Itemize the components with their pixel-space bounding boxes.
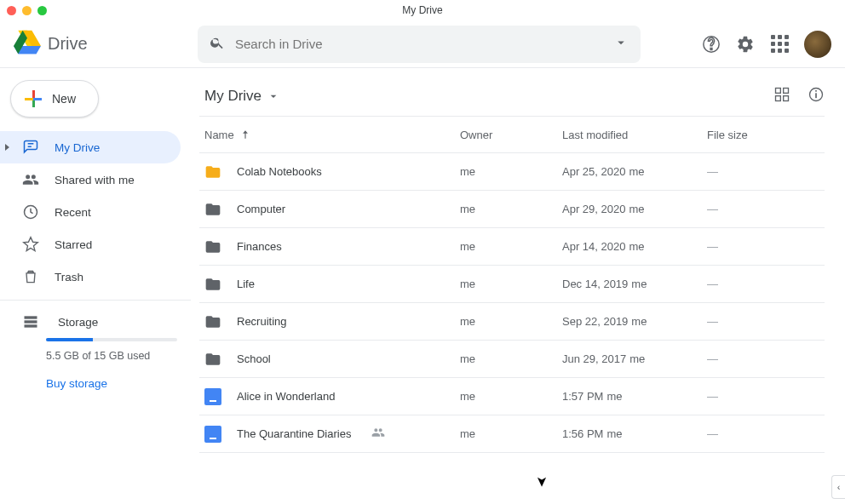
plus-icon: [25, 90, 42, 107]
table-row[interactable]: Finances me Apr 14, 2020me —: [199, 228, 825, 266]
path-title-label: My Drive: [204, 88, 262, 105]
chevron-down-icon: [267, 89, 280, 103]
file-modified: 1:57 PMme: [562, 390, 707, 403]
shared-indicator-icon: [371, 426, 385, 442]
file-size: —: [707, 390, 792, 403]
column-header-name[interactable]: Name: [204, 129, 460, 141]
sidebar-item-recent[interactable]: Recent: [0, 196, 181, 228]
column-header-owner[interactable]: Owner: [460, 129, 562, 141]
product-name: Drive: [48, 34, 88, 54]
sidebar-item-storage[interactable]: Storage: [22, 307, 177, 336]
file-size: —: [707, 427, 792, 440]
file-owner: me: [460, 427, 562, 440]
file-modified: Apr 14, 2020me: [562, 240, 707, 253]
mouse-cursor-icon: ➤: [534, 476, 550, 487]
table-row[interactable]: Computer me Apr 29, 2020me —: [199, 191, 825, 228]
search-options-dropdown-icon[interactable]: [613, 35, 629, 54]
file-name: Colab Notebooks: [237, 165, 322, 178]
file-size: —: [707, 203, 792, 215]
google-doc-icon: [204, 426, 221, 443]
table-row[interactable]: Recruiting me Sep 22, 2019me —: [199, 303, 825, 341]
table-header: Name Owner Last modified File size: [199, 116, 825, 153]
clock-icon: [22, 203, 39, 220]
svg-rect-7: [776, 89, 781, 94]
sidebar-item-label: Recent: [55, 206, 91, 219]
support-icon[interactable]: [702, 35, 721, 54]
folder-icon: [204, 276, 221, 293]
side-panel-expand-button[interactable]: ‹: [831, 475, 845, 499]
account-avatar[interactable]: [804, 31, 831, 58]
shared-icon: [22, 171, 39, 188]
file-owner: me: [460, 240, 562, 253]
expand-triangle-icon[interactable]: [5, 144, 9, 151]
folder-icon: [204, 313, 221, 330]
folder-icon: [204, 163, 221, 180]
sidebar-item-my-drive[interactable]: My Drive: [0, 131, 181, 163]
sidebar-item-label: My Drive: [55, 141, 100, 154]
file-owner: me: [460, 203, 562, 215]
file-size: —: [707, 278, 792, 290]
app-header: Drive: [0, 20, 845, 68]
sidebar-divider: [0, 300, 191, 301]
svg-rect-8: [784, 89, 789, 94]
breadcrumb-my-drive[interactable]: My Drive: [204, 88, 280, 105]
folder-icon: [204, 238, 221, 255]
file-table: Name Owner Last modified File size Colab…: [199, 116, 825, 453]
file-owner: me: [460, 278, 562, 290]
file-modified: Dec 14, 2019me: [562, 278, 707, 290]
storage-label: Storage: [58, 316, 98, 329]
details-info-icon[interactable]: [808, 86, 825, 106]
file-name: Life: [237, 278, 255, 290]
file-owner: me: [460, 352, 562, 365]
file-name: The Quarantine Diaries: [237, 427, 351, 440]
file-size: —: [707, 240, 792, 253]
main-content: My Drive Name Owner Last modified File s…: [191, 68, 845, 504]
sidebar-item-label: Trash: [55, 271, 83, 284]
sidebar-item-trash[interactable]: Trash: [0, 261, 181, 293]
file-modified: 1:56 PMme: [562, 427, 707, 440]
storage-usage-text: 5.5 GB of 15 GB used: [46, 350, 177, 362]
table-row[interactable]: The Quarantine Diaries me 1:56 PMme —: [199, 415, 825, 453]
settings-gear-icon[interactable]: [736, 35, 755, 54]
svg-rect-13: [815, 90, 817, 92]
star-icon: [22, 236, 39, 253]
grid-view-icon[interactable]: [773, 86, 790, 106]
trash-icon: [22, 268, 39, 285]
file-modified: Apr 25, 2020me: [562, 165, 707, 178]
table-row[interactable]: Colab Notebooks me Apr 25, 2020me —: [199, 153, 825, 191]
file-owner: me: [460, 165, 562, 178]
column-header-size[interactable]: File size: [707, 129, 792, 141]
file-owner: me: [460, 390, 562, 403]
file-modified: Jun 29, 2017me: [562, 352, 707, 365]
sort-arrow-up-icon: [239, 129, 251, 140]
search-icon: [210, 35, 225, 54]
sidebar-item-starred[interactable]: Starred: [0, 228, 181, 261]
svg-rect-6: [25, 324, 37, 327]
file-name: Finances: [237, 240, 282, 253]
table-row[interactable]: Life me Dec 14, 2019me —: [199, 266, 825, 303]
file-name: School: [237, 352, 271, 365]
svg-rect-12: [815, 93, 817, 98]
folder-icon: [204, 351, 221, 368]
svg-rect-4: [25, 316, 37, 318]
table-row[interactable]: Alice in Wonderland me 1:57 PMme —: [199, 378, 825, 415]
table-row[interactable]: School me Jun 29, 2017me —: [199, 341, 825, 378]
file-size: —: [707, 315, 792, 328]
search-input[interactable]: [235, 37, 603, 51]
mac-titlebar: My Drive: [0, 0, 845, 20]
new-button-label: New: [52, 92, 76, 106]
svg-rect-9: [776, 96, 781, 101]
buy-storage-link[interactable]: Buy storage: [46, 377, 177, 390]
column-header-modified[interactable]: Last modified: [562, 129, 707, 141]
new-button[interactable]: New: [10, 80, 99, 117]
file-name: Alice in Wonderland: [237, 390, 335, 403]
file-size: —: [707, 352, 792, 365]
sidebar-item-shared-with-me[interactable]: Shared with me: [0, 163, 181, 196]
sidebar-item-label: Starred: [55, 238, 92, 251]
logo-block[interactable]: Drive: [14, 29, 191, 60]
folder-icon: [204, 201, 221, 218]
storage-icon: [22, 313, 39, 330]
search-bar[interactable]: [198, 26, 641, 63]
window-title: My Drive: [0, 4, 845, 16]
apps-grid-icon[interactable]: [770, 35, 789, 54]
